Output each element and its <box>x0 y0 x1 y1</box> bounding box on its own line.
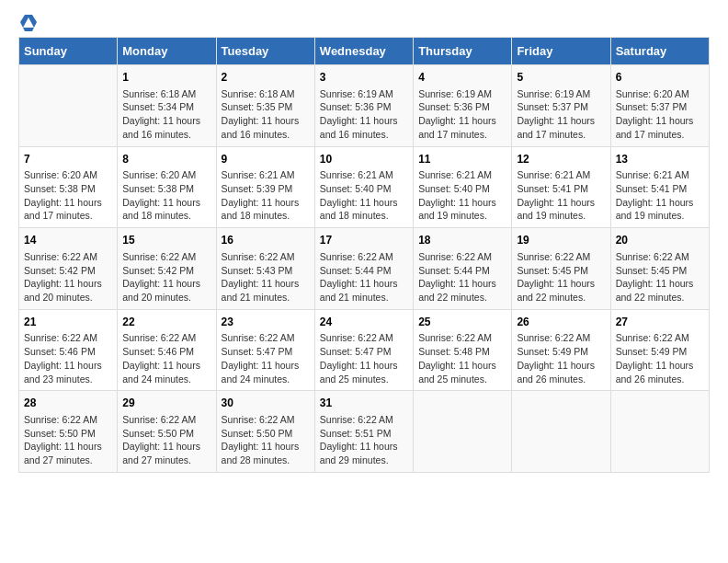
calendar-cell: 9Sunrise: 6:21 AM Sunset: 5:39 PM Daylig… <box>216 146 314 228</box>
day-header-sunday: Sunday <box>19 38 118 65</box>
day-number: 10 <box>320 152 408 167</box>
cell-sun-info: Sunrise: 6:22 AM Sunset: 5:46 PM Dayligh… <box>24 331 112 385</box>
calendar-cell: 12Sunrise: 6:21 AM Sunset: 5:41 PM Dayli… <box>512 146 610 228</box>
calendar-cell: 31Sunrise: 6:22 AM Sunset: 5:51 PM Dayli… <box>314 391 413 473</box>
cell-sun-info: Sunrise: 6:22 AM Sunset: 5:50 PM Dayligh… <box>24 413 112 467</box>
calendar-cell: 24Sunrise: 6:22 AM Sunset: 5:47 PM Dayli… <box>314 309 413 391</box>
calendar-cell: 14Sunrise: 6:22 AM Sunset: 5:42 PM Dayli… <box>19 228 118 310</box>
calendar-cell: 29Sunrise: 6:22 AM Sunset: 5:50 PM Dayli… <box>118 391 216 473</box>
calendar-cell <box>414 391 512 473</box>
week-row-1: 1Sunrise: 6:18 AM Sunset: 5:34 PM Daylig… <box>19 65 710 147</box>
day-number: 17 <box>320 233 408 248</box>
calendar-cell: 2Sunrise: 6:18 AM Sunset: 5:35 PM Daylig… <box>216 65 314 147</box>
day-number: 11 <box>418 152 506 167</box>
calendar-cell: 23Sunrise: 6:22 AM Sunset: 5:47 PM Dayli… <box>216 309 314 391</box>
day-header-thursday: Thursday <box>414 38 512 65</box>
cell-sun-info: Sunrise: 6:19 AM Sunset: 5:37 PM Dayligh… <box>517 87 605 142</box>
cell-sun-info: Sunrise: 6:22 AM Sunset: 5:44 PM Dayligh… <box>418 250 506 304</box>
day-number: 20 <box>616 233 704 248</box>
calendar-cell: 11Sunrise: 6:21 AM Sunset: 5:40 PM Dayli… <box>414 146 512 228</box>
calendar-cell: 10Sunrise: 6:21 AM Sunset: 5:40 PM Dayli… <box>314 146 413 228</box>
calendar-cell: 25Sunrise: 6:22 AM Sunset: 5:48 PM Dayli… <box>414 309 512 391</box>
day-number: 15 <box>122 233 210 248</box>
calendar-cell: 3Sunrise: 6:19 AM Sunset: 5:36 PM Daylig… <box>314 65 413 147</box>
calendar-cell: 19Sunrise: 6:22 AM Sunset: 5:45 PM Dayli… <box>512 228 610 310</box>
cell-sun-info: Sunrise: 6:22 AM Sunset: 5:49 PM Dayligh… <box>517 331 605 385</box>
week-row-3: 14Sunrise: 6:22 AM Sunset: 5:42 PM Dayli… <box>19 228 710 310</box>
cell-sun-info: Sunrise: 6:20 AM Sunset: 5:37 PM Dayligh… <box>616 87 704 142</box>
cell-sun-info: Sunrise: 6:22 AM Sunset: 5:48 PM Dayligh… <box>418 331 506 385</box>
logo-triangle-icon <box>20 15 37 31</box>
calendar-cell <box>610 391 709 473</box>
cell-sun-info: Sunrise: 6:22 AM Sunset: 5:42 PM Dayligh… <box>24 250 112 304</box>
calendar-cell: 21Sunrise: 6:22 AM Sunset: 5:46 PM Dayli… <box>19 309 118 391</box>
day-number: 27 <box>616 315 704 330</box>
page-header <box>18 18 710 28</box>
calendar-cell: 20Sunrise: 6:22 AM Sunset: 5:45 PM Dayli… <box>610 228 709 310</box>
day-number: 22 <box>122 315 210 330</box>
cell-sun-info: Sunrise: 6:22 AM Sunset: 5:44 PM Dayligh… <box>320 250 408 304</box>
day-number: 5 <box>517 70 605 86</box>
day-number: 8 <box>122 152 210 167</box>
cell-sun-info: Sunrise: 6:22 AM Sunset: 5:45 PM Dayligh… <box>616 250 704 304</box>
cell-sun-info: Sunrise: 6:22 AM Sunset: 5:47 PM Dayligh… <box>222 331 310 385</box>
day-header-saturday: Saturday <box>610 38 709 65</box>
calendar-cell: 26Sunrise: 6:22 AM Sunset: 5:49 PM Dayli… <box>512 309 610 391</box>
day-number: 6 <box>616 70 704 86</box>
day-header-tuesday: Tuesday <box>216 38 314 65</box>
calendar-cell <box>512 391 610 473</box>
calendar-cell: 6Sunrise: 6:20 AM Sunset: 5:37 PM Daylig… <box>610 65 709 147</box>
calendar-cell: 16Sunrise: 6:22 AM Sunset: 5:43 PM Dayli… <box>216 228 314 310</box>
day-number: 24 <box>320 315 408 330</box>
day-number: 13 <box>616 152 704 167</box>
week-row-5: 28Sunrise: 6:22 AM Sunset: 5:50 PM Dayli… <box>19 391 710 473</box>
day-header-monday: Monday <box>118 38 216 65</box>
day-header-friday: Friday <box>512 38 610 65</box>
day-number: 31 <box>320 396 408 411</box>
day-number: 7 <box>24 152 112 167</box>
day-number: 3 <box>320 70 408 86</box>
day-number: 29 <box>122 396 210 411</box>
cell-sun-info: Sunrise: 6:22 AM Sunset: 5:51 PM Dayligh… <box>320 413 408 467</box>
day-number: 26 <box>517 315 605 330</box>
cell-sun-info: Sunrise: 6:19 AM Sunset: 5:36 PM Dayligh… <box>320 87 408 142</box>
day-number: 12 <box>517 152 605 167</box>
day-number: 19 <box>517 233 605 248</box>
calendar-cell: 27Sunrise: 6:22 AM Sunset: 5:49 PM Dayli… <box>610 309 709 391</box>
calendar-cell: 13Sunrise: 6:21 AM Sunset: 5:41 PM Dayli… <box>610 146 709 228</box>
cell-sun-info: Sunrise: 6:21 AM Sunset: 5:40 PM Dayligh… <box>320 168 408 223</box>
calendar-cell: 7Sunrise: 6:20 AM Sunset: 5:38 PM Daylig… <box>19 146 118 228</box>
day-number: 4 <box>418 70 506 86</box>
cell-sun-info: Sunrise: 6:22 AM Sunset: 5:43 PM Dayligh… <box>222 250 310 304</box>
day-number: 16 <box>222 233 310 248</box>
day-number: 14 <box>24 233 112 248</box>
cell-sun-info: Sunrise: 6:21 AM Sunset: 5:41 PM Dayligh… <box>616 168 704 223</box>
calendar-cell: 18Sunrise: 6:22 AM Sunset: 5:44 PM Dayli… <box>414 228 512 310</box>
cell-sun-info: Sunrise: 6:22 AM Sunset: 5:47 PM Dayligh… <box>320 331 408 385</box>
calendar-cell: 4Sunrise: 6:19 AM Sunset: 5:36 PM Daylig… <box>414 65 512 147</box>
calendar-cell: 22Sunrise: 6:22 AM Sunset: 5:46 PM Dayli… <box>118 309 216 391</box>
calendar-cell: 5Sunrise: 6:19 AM Sunset: 5:37 PM Daylig… <box>512 65 610 147</box>
cell-sun-info: Sunrise: 6:22 AM Sunset: 5:46 PM Dayligh… <box>122 331 210 385</box>
cell-sun-info: Sunrise: 6:21 AM Sunset: 5:39 PM Dayligh… <box>222 168 310 223</box>
day-number: 23 <box>222 315 310 330</box>
calendar-cell: 15Sunrise: 6:22 AM Sunset: 5:42 PM Dayli… <box>118 228 216 310</box>
day-number: 18 <box>418 233 506 248</box>
day-number: 30 <box>222 396 310 411</box>
logo <box>18 18 37 28</box>
cell-sun-info: Sunrise: 6:18 AM Sunset: 5:35 PM Dayligh… <box>222 87 310 142</box>
cell-sun-info: Sunrise: 6:21 AM Sunset: 5:40 PM Dayligh… <box>418 168 506 223</box>
day-number: 21 <box>24 315 112 330</box>
calendar-cell: 28Sunrise: 6:22 AM Sunset: 5:50 PM Dayli… <box>19 391 118 473</box>
day-number: 28 <box>24 396 112 411</box>
cell-sun-info: Sunrise: 6:22 AM Sunset: 5:50 PM Dayligh… <box>122 413 210 467</box>
week-row-2: 7Sunrise: 6:20 AM Sunset: 5:38 PM Daylig… <box>19 146 710 228</box>
cell-sun-info: Sunrise: 6:22 AM Sunset: 5:50 PM Dayligh… <box>222 413 310 467</box>
calendar-cell: 1Sunrise: 6:18 AM Sunset: 5:34 PM Daylig… <box>118 65 216 147</box>
calendar-cell: 8Sunrise: 6:20 AM Sunset: 5:38 PM Daylig… <box>118 146 216 228</box>
cell-sun-info: Sunrise: 6:22 AM Sunset: 5:45 PM Dayligh… <box>517 250 605 304</box>
cell-sun-info: Sunrise: 6:21 AM Sunset: 5:41 PM Dayligh… <box>517 168 605 223</box>
day-number: 9 <box>222 152 310 167</box>
cell-sun-info: Sunrise: 6:22 AM Sunset: 5:49 PM Dayligh… <box>616 331 704 385</box>
calendar-cell <box>19 65 118 147</box>
